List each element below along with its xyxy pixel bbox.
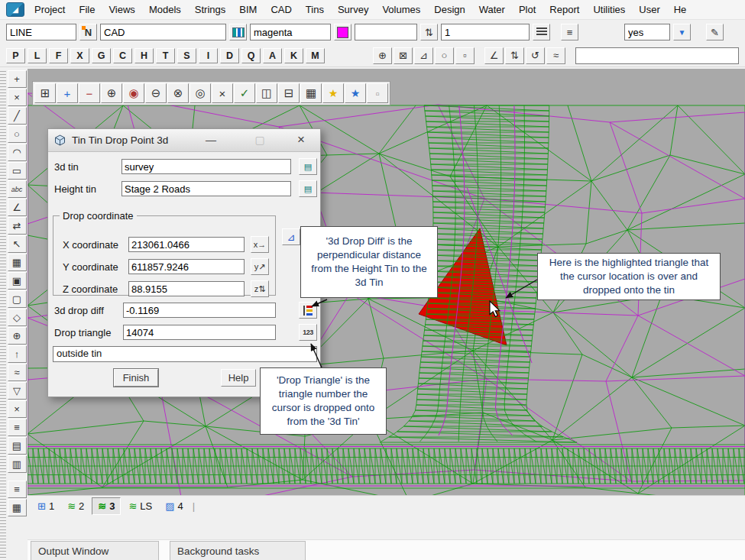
- measure-icon[interactable]: ∠: [484, 47, 504, 64]
- blank-view-icon[interactable]: ▫: [367, 83, 388, 103]
- app-logo-icon[interactable]: ◢: [6, 2, 24, 17]
- view-tab-ls[interactable]: ≋LS: [123, 498, 157, 514]
- raise-icon[interactable]: ↑: [8, 345, 27, 363]
- maximize-icon[interactable]: ▢: [251, 132, 268, 147]
- move-icon[interactable]: ⊕: [8, 327, 27, 345]
- curve-tool-icon[interactable]: ≈: [8, 364, 27, 381]
- menu-survey[interactable]: Survey: [331, 2, 375, 18]
- brush-icon[interactable]: ∠: [8, 199, 27, 216]
- tinable-input[interactable]: [355, 24, 417, 40]
- favorite-star-icon[interactable]: ★: [322, 83, 344, 103]
- letter-button-f[interactable]: F: [49, 48, 68, 63]
- linestyle-button[interactable]: ≡: [561, 24, 578, 40]
- menu-file[interactable]: File: [72, 2, 102, 18]
- menu-design[interactable]: Design: [427, 2, 471, 18]
- grid-view-icon[interactable]: ▦: [8, 499, 27, 516]
- undo-icon[interactable]: ↺: [526, 47, 545, 64]
- letter-button-i[interactable]: I: [199, 48, 218, 63]
- x-pick-icon[interactable]: x→: [251, 236, 269, 253]
- select-pan-icon[interactable]: +: [8, 70, 27, 88]
- tin-select-icon[interactable]: ▤: [299, 158, 317, 175]
- z-pick-icon[interactable]: z⇅: [251, 280, 269, 297]
- y-pick-icon[interactable]: y↗: [251, 258, 269, 275]
- diamond-icon[interactable]: ◇: [8, 309, 27, 326]
- menu-help[interactable]: He: [667, 2, 694, 18]
- table-icon[interactable]: ▤: [8, 437, 27, 455]
- delete-icon[interactable]: ×: [8, 89, 27, 106]
- z-value-button[interactable]: ⇅: [420, 24, 438, 40]
- fit-view-icon[interactable]: ✓: [234, 83, 255, 103]
- tin-input[interactable]: [121, 159, 291, 174]
- copy-view-icon[interactable]: ⊟: [278, 83, 300, 103]
- menu-project[interactable]: Project: [28, 2, 72, 18]
- triangle-number-icon[interactable]: 123: [299, 324, 317, 341]
- list-edit-icon[interactable]: ≡: [8, 419, 27, 436]
- point-snap-icon[interactable]: ⊕: [373, 47, 392, 64]
- edit-pencil-button[interactable]: ✎: [706, 24, 724, 40]
- drop-diff-input[interactable]: [123, 303, 276, 318]
- arc-icon[interactable]: ◠: [8, 144, 27, 161]
- colour-swatch-button[interactable]: [334, 24, 351, 40]
- string-name-input[interactable]: [6, 24, 76, 40]
- letter-button-g[interactable]: G: [92, 48, 111, 63]
- background-tasks-tab[interactable]: Background tasks: [170, 541, 306, 560]
- model-input[interactable]: [100, 24, 226, 40]
- menu-cad[interactable]: CAD: [264, 2, 298, 18]
- remove-view-icon[interactable]: −: [79, 83, 100, 103]
- colour-input[interactable]: [250, 24, 331, 40]
- output-window-tab[interactable]: Output Window: [31, 541, 159, 560]
- grid-icon[interactable]: ▦: [8, 254, 27, 271]
- y-coordinate-input[interactable]: [128, 259, 245, 274]
- letter-button-t[interactable]: T: [156, 48, 175, 63]
- height-tin-select-icon[interactable]: ▤: [299, 180, 317, 197]
- select-arrow-icon[interactable]: ↖: [8, 235, 27, 253]
- line-icon[interactable]: ╱: [8, 107, 27, 125]
- x-coordinate-input[interactable]: [128, 237, 245, 252]
- letter-button-k[interactable]: K: [284, 48, 303, 63]
- view-layout-icon[interactable]: ⊞: [34, 83, 56, 103]
- menu-views[interactable]: Views: [102, 2, 141, 18]
- magnify-icon[interactable]: ◎: [189, 83, 211, 103]
- help-button[interactable]: Help: [221, 369, 256, 387]
- segment-snap-icon[interactable]: ⊿: [414, 47, 433, 64]
- highlight-input[interactable]: [624, 24, 670, 40]
- menu-utilities[interactable]: Utilities: [586, 2, 632, 18]
- text-icon[interactable]: abc: [8, 180, 27, 198]
- saved-views-icon[interactable]: ★: [345, 83, 366, 103]
- zoom-in-icon[interactable]: ⊕: [101, 83, 122, 103]
- letter-button-d[interactable]: D: [220, 48, 239, 63]
- menu-strings[interactable]: Strings: [188, 2, 232, 18]
- rectangle-icon[interactable]: ▭: [8, 162, 27, 180]
- square-icon[interactable]: ▢: [8, 290, 27, 308]
- menu-models[interactable]: Models: [142, 2, 188, 18]
- menu-tins[interactable]: Tins: [299, 2, 331, 18]
- dropdown-arrow-button[interactable]: ▼: [673, 24, 691, 40]
- table-alt-icon[interactable]: ▥: [8, 455, 27, 473]
- letter-button-s[interactable]: S: [177, 48, 196, 63]
- circle-snap-icon[interactable]: ○: [435, 47, 454, 64]
- view-tab-1[interactable]: ⊞1: [32, 498, 60, 514]
- weight-input[interactable]: [441, 24, 530, 40]
- menu-water[interactable]: Water: [472, 2, 512, 18]
- sheet-icon[interactable]: ▦: [300, 83, 322, 103]
- drop-triangle-input[interactable]: [123, 325, 276, 340]
- swap-strings-icon[interactable]: ⇄: [8, 217, 27, 235]
- view-tab-3[interactable]: ≋3: [92, 497, 121, 515]
- menu-plot[interactable]: Plot: [512, 2, 543, 18]
- view-tab-4[interactable]: ▨4: [160, 498, 189, 514]
- close-icon[interactable]: ×: [293, 132, 309, 147]
- pan-view-icon[interactable]: ◉: [123, 83, 144, 103]
- letter-button-p[interactable]: P: [6, 48, 25, 63]
- view-tab-2[interactable]: ≋2: [62, 498, 89, 514]
- grid-snap-icon[interactable]: ▫: [455, 47, 475, 64]
- command-input[interactable]: [575, 47, 739, 64]
- output-list-icon[interactable]: ≡: [8, 481, 27, 498]
- model-list-button[interactable]: [229, 24, 247, 40]
- menu-report[interactable]: Report: [543, 2, 586, 18]
- cross-icon[interactable]: ×: [8, 400, 27, 418]
- zoom-extents-icon[interactable]: ⊗: [167, 83, 189, 103]
- z-coordinate-input[interactable]: [128, 281, 245, 296]
- finish-button[interactable]: Finish: [114, 369, 158, 387]
- zoom-out-icon[interactable]: ⊖: [145, 83, 167, 103]
- letter-button-c[interactable]: C: [113, 48, 132, 63]
